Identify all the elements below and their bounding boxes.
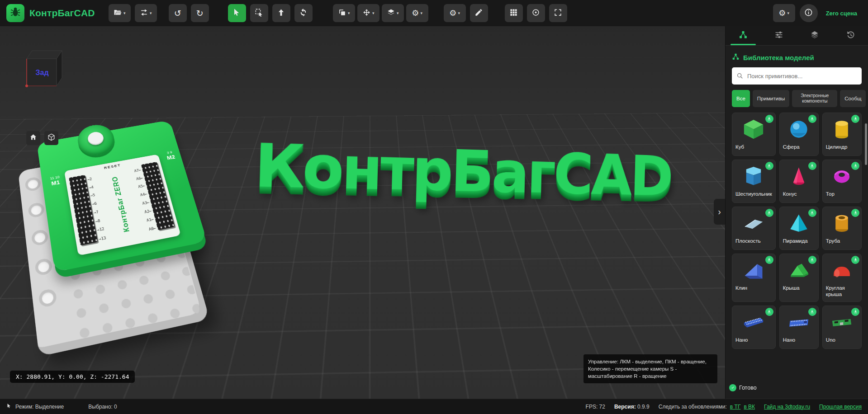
model-card-roof[interactable]: Крыша (779, 254, 819, 302)
download-badge[interactable] (851, 209, 859, 217)
filter-primitives[interactable]: Примитивы (753, 90, 789, 107)
viewport-canvas[interactable]: Зад (0, 26, 725, 399)
download-icon (810, 162, 815, 170)
model-card-nano[interactable]: Нано (732, 306, 776, 349)
status-bar: Режим: Выделение Выбрано: 0 FPS: 72 Верс… (0, 399, 868, 414)
download-icon (810, 115, 815, 123)
download-badge[interactable] (851, 115, 859, 123)
check-circle-icon (729, 384, 736, 391)
model-card-cone[interactable]: Конус (779, 160, 819, 203)
status-left: Режим: Выделение Выбрано: 0 (6, 403, 117, 410)
model-card-round-roof[interactable]: Круглая крыша (822, 254, 862, 302)
previous-version-link[interactable]: Прошлая версия (819, 404, 862, 410)
redo-button[interactable]: ↻ (191, 4, 209, 22)
undo-button[interactable]: ↺ (169, 4, 187, 22)
model-card-uno[interactable]: Uno (822, 306, 862, 349)
mount-hole (34, 258, 53, 277)
download-badge[interactable] (808, 209, 816, 217)
open-project-button[interactable]: ▾ (109, 4, 131, 22)
layers-icon (387, 8, 395, 19)
model-card-tube[interactable]: Труба (822, 207, 862, 250)
selected-count: Выбрано: 0 (88, 404, 117, 410)
filter-electronics[interactable]: Электронные компоненты (792, 90, 837, 107)
model-card-torus[interactable]: Тор (822, 160, 862, 203)
navigation-cube[interactable]: Зад (20, 45, 65, 90)
fps-counter: FPS: 72 (586, 404, 605, 410)
gear-icon: ⚙ (778, 9, 786, 17)
sidebar-scrollbar-thumb[interactable] (865, 123, 867, 165)
view-group (505, 4, 567, 22)
app-settings-button[interactable]: ⚙ ▾ (773, 4, 795, 22)
tab-model-library[interactable] (726, 26, 761, 45)
filter-all[interactable]: Все (732, 90, 750, 107)
model-card-sphere[interactable]: Сфера (779, 113, 819, 156)
model-card-pyramid[interactable]: Пирамида (779, 207, 819, 250)
download-badge[interactable] (765, 209, 773, 217)
scene-name-label: Zero сцена (826, 10, 857, 17)
gear-icon: ⚙ (449, 9, 456, 17)
model-library-icon (732, 53, 740, 62)
grid-toggle-button[interactable] (505, 4, 523, 22)
download-badge[interactable] (851, 308, 859, 316)
telegram-link[interactable]: в ТГ (730, 404, 741, 410)
tab-properties[interactable] (761, 26, 797, 45)
download-badge[interactable] (808, 256, 816, 264)
parts-menu-button[interactable]: ⚙ ▾ (406, 4, 428, 22)
info-button[interactable] (800, 4, 818, 22)
download-badge[interactable] (851, 256, 859, 264)
duplicate-menu-button[interactable]: ▾ (333, 4, 355, 22)
model-card-cube[interactable]: Куб (732, 113, 776, 156)
download-icon (767, 209, 772, 217)
model-card-plane[interactable]: Плоскость (732, 207, 776, 250)
toast-notification: Готово (729, 384, 757, 391)
tab-layers[interactable] (797, 26, 833, 45)
raise-tool-button[interactable] (272, 4, 290, 22)
top-toolbar: КонтрБагCAD ▾ ▾ ↺ ↻ (0, 0, 868, 26)
transform-menu-button[interactable]: ▾ (357, 4, 379, 22)
download-badge[interactable] (765, 115, 773, 123)
home-view-button[interactable] (26, 131, 40, 145)
select-tool-button[interactable] (228, 4, 246, 22)
chevron-down-icon: ▾ (397, 11, 399, 15)
home-icon (29, 133, 37, 143)
download-badge[interactable] (765, 162, 773, 170)
vk-link[interactable]: в ВК (744, 404, 755, 410)
sync-icon (299, 8, 308, 19)
grid-icon (509, 8, 518, 19)
box-select-icon (255, 8, 263, 19)
box-select-tool-button[interactable] (250, 4, 268, 22)
download-badge[interactable] (765, 256, 773, 264)
model-card-cylinder[interactable]: Цилиндр (822, 113, 862, 156)
model-card-nano-flat[interactable]: Нано (779, 306, 819, 349)
search-input[interactable] (732, 67, 862, 85)
import-export-button[interactable]: ▾ (135, 4, 157, 22)
settings-group: ⚙ ▾ (444, 4, 488, 22)
filter-community[interactable]: Сообщ (840, 90, 866, 107)
download-badge[interactable] (808, 115, 816, 123)
download-badge[interactable] (808, 162, 816, 170)
model-card-hexprism[interactable]: Шестиугольник (732, 160, 776, 203)
sidebar-collapse-handle[interactable]: › (714, 199, 725, 225)
settings-menu-button[interactable]: ⚙ ▾ (444, 4, 466, 22)
model-card-wedge[interactable]: Клин (732, 254, 776, 302)
nav-cube-face-label[interactable]: Зад (27, 60, 57, 86)
rotate-tool-button[interactable] (294, 4, 313, 22)
download-badge[interactable] (765, 308, 773, 316)
screenshot-button[interactable] (549, 4, 567, 22)
download-badge[interactable] (851, 162, 859, 170)
tab-history[interactable] (832, 26, 868, 45)
version-value: 0.9.9 (637, 404, 650, 410)
search-box (732, 67, 862, 85)
version-info: Версия: 0.9.9 (614, 404, 650, 410)
duplicate-icon (338, 8, 346, 19)
download-icon (767, 115, 772, 123)
chevron-down-icon: ▾ (123, 11, 126, 15)
scene-object-3d-text[interactable]: КонтрБагCAD (254, 131, 672, 209)
guide-link[interactable]: Гайд на 3dtoday.ru (764, 404, 810, 410)
model-grid: Куб Сфера Цилиндр Шестиугольник (732, 113, 862, 349)
cube-view-button[interactable] (44, 131, 58, 145)
group-menu-button[interactable]: ▾ (382, 4, 404, 22)
edit-tool-button[interactable] (470, 4, 488, 22)
origin-button[interactable] (527, 4, 545, 22)
download-badge[interactable] (808, 308, 816, 316)
